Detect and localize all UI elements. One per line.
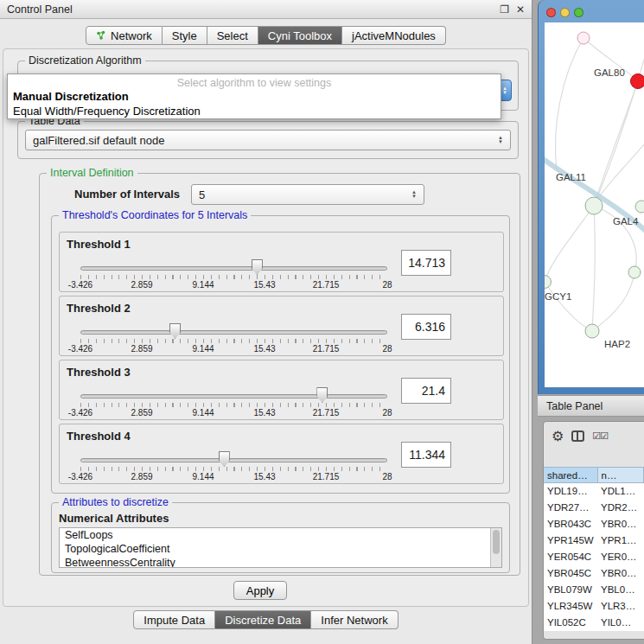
window-title: Control Panel — [7, 3, 73, 16]
tab-style[interactable]: Style — [163, 26, 207, 45]
slider-scale: -3.4262.8599.14415.4321.71528 — [80, 408, 387, 418]
attributes-group-label: Attributes to discretize — [59, 496, 172, 508]
slider-handle[interactable] — [169, 323, 181, 339]
table-row[interactable]: YDL19…YDL1… — [544, 483, 644, 500]
threshold-2-slider[interactable]: -3.4262.8599.14415.4321.71528 — [80, 322, 387, 354]
table-row[interactable]: YBR043CYBR0… — [544, 516, 644, 532]
select-columns-icons[interactable]: ☑☑ — [592, 430, 608, 442]
dropdown-option-equal-width-frequency[interactable]: Equal Width/Frequency Discretization — [8, 104, 501, 118]
threshold-3-value-field[interactable]: 21.4 — [401, 378, 451, 404]
cell[interactable]: YPR145W — [544, 532, 597, 549]
cell[interactable]: YLR3… — [597, 598, 644, 615]
slider-track[interactable] — [80, 394, 387, 399]
cell[interactable]: YLR345W — [544, 598, 597, 615]
control-panel-titlebar[interactable]: Control Panel ❐ ✕ — [0, 0, 532, 19]
tab-label: Cyni Toolbox — [268, 29, 332, 42]
slider-scale: -3.4262.8599.14415.4321.71528 — [80, 344, 387, 354]
zoom-traffic-light-icon[interactable] — [574, 8, 583, 17]
cell[interactable]: YIL0… — [597, 615, 644, 631]
threshold-1-value-field[interactable]: 14.713 — [401, 250, 451, 276]
column-header-name[interactable]: n… — [597, 468, 644, 483]
node-gcy1[interactable] — [545, 276, 552, 289]
column-header-shared-name[interactable]: shared… — [544, 468, 597, 483]
table-row[interactable]: YDR27…YDR2… — [544, 500, 644, 516]
list-item[interactable]: SelfLoops — [60, 528, 501, 542]
tab-label: Style — [172, 29, 197, 42]
tab-label: Discretize Data — [225, 614, 301, 627]
gear-icon[interactable]: ⚙ — [552, 428, 564, 444]
slider-track[interactable] — [80, 330, 387, 335]
tab-discretize-data[interactable]: Discretize Data — [215, 610, 311, 629]
table-row[interactable]: YIL052CYIL0… — [544, 615, 644, 631]
slider-track[interactable] — [80, 266, 387, 271]
network-icon — [96, 30, 106, 41]
tab-jactivemnodules[interactable]: jActiveMNodules — [342, 26, 446, 45]
numerical-attributes-list[interactable]: SelfLoops TopologicalCoefficient Between… — [59, 527, 502, 568]
tab-select[interactable]: Select — [207, 26, 258, 45]
bottom-tab-bar: Impute Data Discretize Data Infer Networ… — [0, 610, 532, 629]
threshold-3-slider[interactable]: -3.4262.8599.14415.4321.71528 — [80, 386, 387, 418]
list-item[interactable]: BetweennessCentrality — [60, 556, 501, 568]
node-green[interactable] — [628, 266, 641, 278]
interval-definition-group: Interval Definition Number of Intervals … — [39, 173, 520, 576]
columns-icon[interactable] — [571, 430, 584, 442]
threshold-4-label: Threshold 4 — [67, 430, 131, 443]
slider-handle[interactable] — [252, 259, 263, 275]
dropdown-hint: Select algorithm to view settings — [8, 74, 501, 89]
tab-network[interactable]: Network — [86, 26, 163, 45]
cell[interactable]: YER0… — [597, 549, 644, 565]
cell[interactable]: YDR2… — [597, 500, 644, 516]
threshold-4-value-field[interactable]: 11.344 — [401, 442, 451, 468]
close-icon[interactable]: ✕ — [516, 3, 525, 16]
discretization-algorithm-label: Discretization Algorithm — [25, 54, 145, 67]
table-row[interactable]: YBR045CYBR0… — [544, 565, 644, 582]
number-of-intervals-combo[interactable]: 5 ▲▼ — [191, 184, 424, 205]
cell[interactable]: YIL052C — [544, 615, 597, 631]
thresholds-group: Threshold's Coordinates for 5 Intervals … — [51, 215, 510, 494]
node-pink[interactable] — [577, 32, 590, 44]
node-gal4[interactable] — [585, 197, 603, 214]
table-row[interactable]: YPR145WYPR1… — [544, 532, 644, 549]
slider-scale: -3.4262.8599.14415.4321.71528 — [80, 472, 387, 482]
scrollbar-thumb[interactable] — [493, 530, 500, 554]
scrollbar[interactable] — [490, 528, 501, 567]
threshold-4-slider[interactable]: -3.4262.8599.14415.4321.71528 — [80, 450, 387, 481]
node-red-selected[interactable] — [631, 74, 644, 89]
cell[interactable]: YBR0… — [597, 516, 644, 532]
node-hap2[interactable] — [585, 324, 599, 338]
list-item[interactable]: TopologicalCoefficient — [60, 542, 501, 556]
tab-cyni-toolbox[interactable]: Cyni Toolbox — [258, 26, 342, 45]
apply-button[interactable]: Apply — [233, 581, 287, 600]
cell[interactable]: YDL1… — [597, 483, 644, 500]
threshold-2-value-field[interactable]: 6.316 — [401, 314, 451, 340]
tab-label: Network — [111, 29, 152, 42]
network-canvas[interactable]: GAL80 GAL11 GAL4 GCY1 HAP2 — [545, 22, 644, 387]
table-row[interactable]: YBL079WYBL0… — [544, 582, 644, 598]
cell[interactable]: YBL079W — [544, 582, 597, 598]
cell[interactable]: YBR0… — [597, 565, 644, 582]
tab-infer-network[interactable]: Infer Network — [311, 610, 398, 629]
table-data-combo[interactable]: galFiltered.sif default node ▲▼ — [25, 130, 511, 150]
cell[interactable]: YBL0… — [597, 582, 644, 598]
cell[interactable]: YBR045C — [544, 565, 597, 582]
threshold-1-slider[interactable]: -3.4262.8599.14415.4321.71528 — [80, 258, 387, 290]
node-green[interactable] — [635, 201, 644, 213]
cell[interactable]: YBR043C — [544, 516, 597, 532]
tab-impute-data[interactable]: Impute Data — [133, 610, 215, 629]
dropdown-option-manual-discretization[interactable]: Manual Discretization — [8, 89, 501, 104]
float-window-icon[interactable]: ❐ — [500, 3, 509, 16]
close-traffic-light-icon[interactable] — [546, 8, 556, 17]
table-row[interactable]: YLR345WYLR3… — [544, 598, 644, 615]
cell[interactable]: YDL19… — [544, 483, 597, 500]
table-row[interactable]: YER054CYER0… — [544, 549, 644, 565]
slider-handle[interactable] — [316, 387, 328, 403]
table-panel-titlebar[interactable]: Table Panel — [538, 395, 644, 417]
minimize-traffic-light-icon[interactable] — [560, 8, 570, 17]
cell[interactable]: YER054C — [544, 549, 597, 565]
stepper-down-icon: ▼ — [502, 91, 507, 95]
cell[interactable]: YPR1… — [597, 532, 644, 549]
threshold-3-panel: Threshold 3 -3.4262.8599.14415.4321.7152… — [59, 360, 504, 420]
slider-handle[interactable] — [219, 451, 230, 467]
slider-track[interactable] — [80, 458, 387, 462]
cell[interactable]: YDR27… — [544, 500, 597, 516]
